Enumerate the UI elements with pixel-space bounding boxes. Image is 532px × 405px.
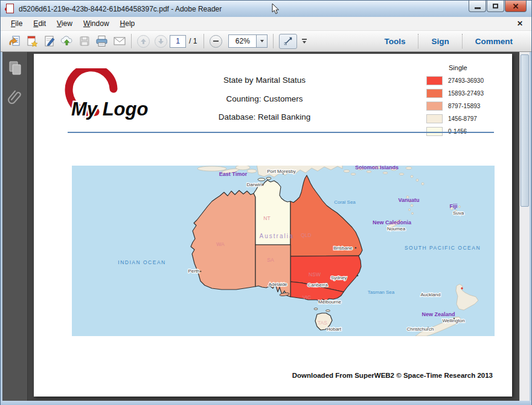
logo-text: My Logo bbox=[71, 99, 148, 120]
footer-note: Downloaded From SuperWEB2 © Space-Time R… bbox=[292, 372, 493, 379]
legend-item: 27493-36930 bbox=[426, 76, 508, 85]
fit-window-button[interactable] bbox=[279, 34, 297, 49]
zoom-level-value[interactable]: 62% bbox=[228, 34, 257, 48]
label-brisbane: Brisbane bbox=[333, 245, 353, 251]
minimize-icon bbox=[475, 7, 481, 9]
label-wa: WA bbox=[216, 241, 225, 247]
label-sa: SA bbox=[267, 257, 274, 263]
legend-swatch bbox=[426, 76, 443, 85]
label-indian-ocean: INDIAN OCEAN bbox=[118, 259, 165, 265]
save-icon bbox=[78, 34, 91, 48]
label-vic: VIC bbox=[303, 294, 311, 300]
attachments-button[interactable] bbox=[7, 88, 23, 108]
zoom-level-dropdown[interactable] bbox=[257, 34, 268, 48]
main-area: My Logo State by Marital Status Counting… bbox=[1, 52, 531, 401]
save-button[interactable] bbox=[75, 33, 93, 50]
pdf-page: My Logo State by Marital Status Counting… bbox=[34, 54, 512, 397]
title-bar[interactable]: d5206d61-219e-423b-8442-61b46458397c.pdf… bbox=[1, 1, 531, 17]
label-auckland: Auckland bbox=[421, 292, 441, 297]
report-title: State by Marital Status bbox=[174, 76, 355, 85]
legend-range: 1456-8797 bbox=[448, 115, 477, 122]
toolbar: / 1 62% Tools Sign Comment bbox=[1, 31, 531, 52]
label-port-moresby: Port Moresby bbox=[267, 169, 296, 174]
window-frame-bottom bbox=[1, 401, 531, 405]
company-logo: My Logo bbox=[56, 68, 170, 129]
label-nt: NT bbox=[263, 215, 270, 221]
open-icon bbox=[8, 34, 21, 48]
label-noumea: Noumea bbox=[387, 226, 406, 232]
fit-window-icon bbox=[283, 36, 293, 46]
label-fiji: Fiji bbox=[450, 203, 458, 209]
create-pdf-icon bbox=[25, 34, 39, 48]
tools-button[interactable]: Tools bbox=[371, 34, 418, 48]
create-pdf-button[interactable] bbox=[23, 33, 40, 50]
page-thumbnails-icon bbox=[8, 60, 22, 76]
label-tas: TAS bbox=[318, 320, 327, 326]
email-button[interactable] bbox=[111, 33, 128, 50]
header-divider bbox=[68, 132, 494, 133]
document-area: My Logo State by Marital Status Counting… bbox=[28, 52, 530, 401]
legend-swatch bbox=[426, 102, 443, 111]
minimize-button[interactable] bbox=[469, 1, 486, 12]
menu-edit[interactable]: Edit bbox=[28, 18, 51, 30]
label-canberra: Canberra bbox=[307, 282, 328, 288]
label-solomon-islands: Solomon Islands bbox=[355, 166, 399, 170]
previous-page-icon bbox=[140, 38, 147, 45]
label-australia: Australia bbox=[260, 233, 294, 239]
australia-choropleth-map: INDIAN OCEAN SOUTH PACIFIC OCEAN Coral S… bbox=[72, 166, 495, 336]
close-button[interactable]: ✕ bbox=[505, 1, 527, 12]
toolbar-separator bbox=[273, 34, 274, 48]
comment-button[interactable]: Comment bbox=[462, 34, 525, 48]
toolbar-separator bbox=[131, 34, 132, 48]
next-page-button[interactable] bbox=[152, 33, 170, 50]
label-new-zealand: New Zealand bbox=[421, 311, 455, 317]
email-icon bbox=[112, 34, 127, 48]
page-thumbnails-button[interactable] bbox=[8, 60, 22, 79]
scrollbar-thumb[interactable] bbox=[521, 54, 529, 207]
previous-page-button[interactable] bbox=[135, 33, 152, 50]
cloud-upload-icon bbox=[60, 34, 74, 48]
cloud-upload-button[interactable] bbox=[58, 33, 75, 50]
menubar-close-icon[interactable]: ✕ bbox=[517, 19, 523, 28]
more-tools-button[interactable] bbox=[302, 39, 307, 44]
label-darwin: Darwin bbox=[247, 182, 262, 187]
label-nsw: NSW bbox=[309, 271, 321, 277]
legend-title: Single bbox=[449, 64, 508, 71]
paperclip-icon bbox=[7, 88, 23, 105]
window-title: d5206d61-219e-423b-8442-61b46458397c.pdf… bbox=[19, 5, 222, 13]
label-melbourne: Melbourne bbox=[318, 299, 341, 305]
fill-sign-button[interactable] bbox=[40, 33, 58, 50]
label-suva: Suva bbox=[453, 210, 464, 216]
print-icon bbox=[95, 34, 109, 48]
menu-file[interactable]: File bbox=[5, 18, 28, 30]
adobe-reader-window: d5206d61-219e-423b-8442-61b46458397c.pdf… bbox=[0, 0, 532, 405]
print-button[interactable] bbox=[93, 33, 111, 50]
zoom-out-button[interactable] bbox=[207, 33, 225, 50]
legend-range: 15893-27493 bbox=[448, 90, 484, 97]
page-total-label: / 1 bbox=[189, 37, 197, 45]
mouse-cursor-icon bbox=[271, 3, 280, 15]
label-vanuatu: Vanuatu bbox=[398, 197, 419, 203]
fill-sign-icon bbox=[43, 34, 56, 48]
more-tools-icon bbox=[302, 39, 307, 40]
chevron-down-icon bbox=[260, 40, 264, 42]
label-tasman-sea: Tasman Sea bbox=[368, 290, 395, 295]
sign-button[interactable]: Sign bbox=[418, 34, 461, 48]
menu-help[interactable]: Help bbox=[115, 18, 141, 30]
legend-range: 27493-36930 bbox=[448, 77, 484, 84]
page-number-input[interactable] bbox=[170, 35, 186, 48]
zoom-out-icon bbox=[213, 40, 219, 42]
legend-range: 8797-15893 bbox=[448, 103, 480, 109]
legend-swatch bbox=[426, 89, 443, 98]
navigation-pane bbox=[2, 52, 28, 401]
restore-button[interactable] bbox=[487, 1, 504, 12]
legend-item: 1456-8797 bbox=[426, 114, 508, 123]
vertical-scrollbar[interactable] bbox=[519, 52, 530, 401]
menu-view[interactable]: View bbox=[51, 18, 78, 30]
pdf-app-icon bbox=[5, 4, 15, 14]
report-counting: Counting: Customers bbox=[174, 94, 355, 103]
open-button[interactable] bbox=[5, 33, 23, 50]
menu-bar: File Edit View Window Help ✕ bbox=[1, 17, 531, 31]
next-page-icon bbox=[158, 38, 164, 45]
menu-window[interactable]: Window bbox=[78, 18, 115, 30]
